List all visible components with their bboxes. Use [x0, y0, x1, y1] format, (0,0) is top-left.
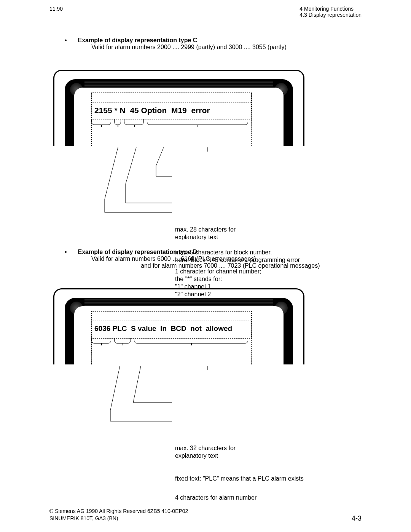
- page-number: 4-3: [352, 514, 362, 522]
- header-left: 11.90: [49, 6, 63, 18]
- footer-copyright: © Siemens AG 1990 All Rights Reserved 6Z…: [49, 508, 188, 515]
- underbrace-row-c: [91, 119, 248, 125]
- display-c-illustration: 2155 * N 45 Option M19 error: [53, 70, 304, 146]
- bezel-knob-icon: [70, 83, 83, 96]
- svg-line-1: [156, 147, 164, 166]
- header-right-top: 4 Monitoring Functions: [299, 6, 362, 12]
- bezel-knob-icon: [275, 302, 288, 315]
- footer-doc: SINUMERIK 810T, GA3 (BN): [49, 515, 188, 522]
- svg-line-7: [105, 147, 118, 199]
- display-d-illustration: 6036 PLC S value in BCD not allowed: [53, 288, 304, 364]
- section-c-title: Example of display representation type C: [78, 37, 197, 43]
- page-header: 11.90 4 Monitoring Functions 4.3 Display…: [49, 6, 362, 18]
- svg-line-11: [133, 366, 141, 403]
- bezel-knob-icon: [275, 83, 288, 96]
- alarm-line-d: 6036 PLC S value in BCD not allowed: [94, 324, 232, 333]
- bezel-knob-icon: [70, 302, 83, 315]
- section-c-title-block: • Example of display representation type…: [65, 37, 362, 51]
- svg-line-13: [110, 366, 120, 410]
- alarm-line-c: 2155 * N 45 Option M19 error: [94, 106, 210, 115]
- bezel-hatch-icon: [84, 299, 273, 306]
- explain-d-1: max. 32 characters for explanatory text: [175, 444, 236, 460]
- bullet-icon: •: [65, 249, 76, 256]
- underbrace-row-d: [91, 338, 248, 343]
- svg-line-4: [126, 147, 136, 184]
- bezel-hatch-icon: [84, 81, 273, 88]
- explain-d-3: 4 characters for alarm number: [175, 494, 256, 502]
- explain-d-2: fixed text: "PLC" means that a PLC alarm…: [175, 475, 304, 482]
- explain-c-2: max. 5 characters for block number, here…: [175, 249, 300, 264]
- bullet-icon: •: [65, 37, 76, 44]
- page-footer: © Siemens AG 1990 All Rights Reserved 6Z…: [49, 508, 362, 522]
- section-c-valid: Valid for alarm numbers 2000 .... 2999 (…: [91, 44, 362, 51]
- header-right-sub: 4.3 Display representation: [299, 12, 362, 18]
- explain-c-1: max. 28 characters for explanatory text: [175, 226, 236, 241]
